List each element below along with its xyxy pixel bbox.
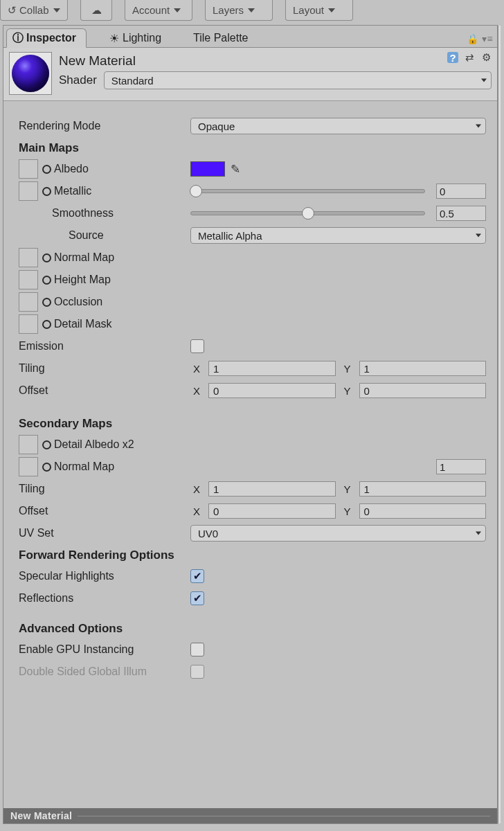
- smoothness-slider[interactable]: [190, 211, 425, 215]
- tab-tile-palette[interactable]: Tile Palette: [188, 29, 258, 47]
- target-icon[interactable]: [42, 276, 51, 285]
- panel-resize-handle[interactable]: [498, 26, 501, 823]
- metallic-slider[interactable]: [190, 189, 425, 193]
- gear-icon[interactable]: ⚙: [480, 52, 492, 63]
- preset-icon[interactable]: ⇄: [464, 52, 475, 63]
- secondary-offset-y-input[interactable]: 0: [359, 503, 487, 519]
- inspector-body: Rendering Mode Opaque Main Maps Albedo: [3, 101, 497, 688]
- panel-menu-icon[interactable]: ▾≡: [482, 33, 493, 44]
- target-icon[interactable]: [42, 165, 51, 174]
- shader-dropdown[interactable]: Standard: [104, 71, 492, 89]
- eyedropper-icon[interactable]: ✎: [231, 162, 240, 177]
- footer-title: New Material: [10, 810, 72, 821]
- collab-dropdown[interactable]: ↺Collab: [0, 0, 68, 21]
- source-dropdown[interactable]: Metallic Alpha: [190, 227, 486, 244]
- emission-row: Emission: [19, 335, 486, 357]
- lock-icon[interactable]: 🔒: [467, 33, 478, 44]
- footer-divider: [78, 816, 490, 816]
- double-sided-gi-row: Double Sided Global Illum: [19, 661, 486, 683]
- target-icon[interactable]: [42, 320, 51, 329]
- help-icon[interactable]: ?: [447, 52, 458, 63]
- smoothness-value[interactable]: 0.5: [436, 206, 486, 221]
- uvset-value: UV0: [198, 528, 218, 539]
- rendering-mode-dropdown[interactable]: Opaque: [190, 118, 486, 134]
- y-label: Y: [341, 385, 354, 397]
- secondary-tiling-row: Tiling X 1 Y 1: [19, 478, 486, 500]
- forward-rendering-heading: Forward Rendering Options: [19, 548, 486, 562]
- caret-icon: [53, 8, 60, 12]
- emission-checkbox[interactable]: [190, 339, 204, 353]
- source-value: Metallic Alpha: [198, 230, 262, 242]
- preview-footer[interactable]: New Material: [3, 808, 497, 823]
- target-icon[interactable]: [42, 253, 51, 262]
- tab-tile-palette-label: Tile Palette: [193, 32, 248, 44]
- layers-dropdown[interactable]: Layers: [205, 0, 273, 21]
- preview-sphere: [12, 55, 49, 92]
- detail-albedo-texture-slot[interactable]: [19, 435, 38, 454]
- source-label: Source: [19, 229, 190, 242]
- inspector-panel: ⓘ Inspector ☀ Lighting Tile Palette 🔒 ▾≡…: [3, 25, 498, 824]
- caret-icon: [248, 8, 255, 12]
- occlusion-texture-slot[interactable]: [19, 292, 38, 312]
- secondary-tiling-x-input[interactable]: 1: [208, 481, 336, 497]
- normal-map-row: Normal Map: [19, 247, 486, 269]
- target-icon[interactable]: [42, 440, 51, 449]
- panel-tabs: ⓘ Inspector ☀ Lighting Tile Palette 🔒 ▾≡: [3, 26, 497, 48]
- tab-lighting[interactable]: ☀ Lighting: [103, 29, 171, 47]
- x-label: X: [190, 363, 203, 375]
- offset-row: Offset X 0 Y 0: [19, 379, 486, 402]
- gpu-instancing-checkbox[interactable]: [190, 643, 204, 656]
- source-row: Source Metallic Alpha: [19, 224, 486, 247]
- target-icon[interactable]: [42, 298, 51, 307]
- material-preview[interactable]: [9, 52, 52, 95]
- normal-texture-slot[interactable]: [19, 248, 38, 267]
- secondary-normal-value[interactable]: 1: [436, 459, 486, 474]
- offset-y-input[interactable]: 0: [359, 383, 487, 398]
- secondary-normal-texture-slot[interactable]: [19, 457, 38, 476]
- detail-albedo-row: Detail Albedo x2: [19, 434, 486, 456]
- account-dropdown[interactable]: Account: [125, 0, 192, 21]
- caret-icon: [476, 234, 481, 238]
- metallic-label: Metallic: [54, 185, 91, 197]
- caret-icon: [476, 532, 481, 535]
- metallic-value[interactable]: 0: [436, 184, 486, 199]
- height-texture-slot[interactable]: [19, 270, 38, 289]
- albedo-row: Albedo ✎: [19, 158, 486, 180]
- uvset-row: UV Set UV0: [19, 522, 486, 544]
- x-label: X: [190, 483, 203, 495]
- secondary-offset-x-input[interactable]: 0: [208, 503, 336, 519]
- detailmask-texture-slot[interactable]: [19, 314, 38, 334]
- x-label: X: [190, 385, 203, 397]
- info-icon: ⓘ: [12, 33, 24, 44]
- metallic-texture-slot[interactable]: [19, 181, 38, 201]
- offset-label: Offset: [19, 384, 190, 397]
- specular-label: Specular Highlights: [19, 570, 190, 582]
- reflections-label: Reflections: [19, 592, 190, 605]
- y-label: Y: [341, 363, 354, 375]
- albedo-texture-slot[interactable]: [19, 159, 38, 179]
- detail-albedo-label: Detail Albedo x2: [54, 438, 134, 451]
- rendering-mode-row: Rendering Mode Opaque: [19, 115, 486, 137]
- offset-x-input[interactable]: 0: [208, 383, 336, 398]
- secondary-tiling-y-input[interactable]: 1: [359, 481, 487, 497]
- tab-inspector[interactable]: ⓘ Inspector: [6, 28, 87, 48]
- specular-checkbox[interactable]: ✔: [190, 569, 204, 583]
- albedo-color-swatch[interactable]: [190, 161, 225, 177]
- cloud-button[interactable]: ☁: [80, 0, 112, 21]
- secondary-maps-heading: Secondary Maps: [19, 417, 486, 431]
- lighting-icon: ☀: [109, 33, 120, 44]
- target-icon[interactable]: [42, 463, 51, 472]
- layers-label: Layers: [213, 4, 244, 16]
- header-icons: ? ⇄ ⚙: [447, 52, 492, 63]
- toolbar: ↺Collab ☁ Account Layers Layout: [0, 0, 504, 26]
- uvset-dropdown[interactable]: UV0: [190, 525, 486, 542]
- reflections-checkbox[interactable]: ✔: [190, 591, 204, 605]
- tab-lighting-label: Lighting: [123, 32, 161, 44]
- tiling-y-input[interactable]: 1: [359, 361, 487, 376]
- tiling-x-input[interactable]: 1: [208, 361, 336, 376]
- target-icon[interactable]: [42, 187, 51, 196]
- layout-dropdown[interactable]: Layout: [285, 0, 353, 21]
- y-label: Y: [341, 483, 354, 495]
- occlusion-row: Occlusion: [19, 291, 486, 313]
- account-label: Account: [132, 4, 170, 16]
